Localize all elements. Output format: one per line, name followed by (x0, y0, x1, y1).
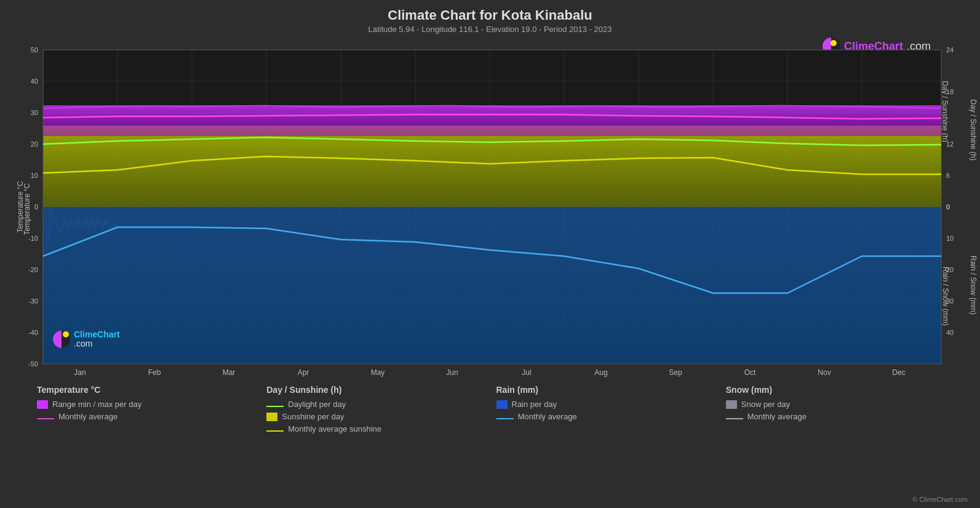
svg-text:Apr: Apr (298, 368, 309, 377)
svg-text:50: 50 (31, 46, 38, 54)
temp-avg-label: Monthly average (58, 412, 118, 421)
svg-text:30: 30 (946, 297, 954, 305)
title-area: Climate Chart for Kota Kinabalu Latitude… (0, 0, 980, 34)
svg-text:.com: .com (74, 339, 92, 349)
legend-avg-sunshine: Monthly average sunshine (266, 424, 496, 433)
temp-range-label: Range min / max per day (52, 400, 141, 409)
daylight-line-icon (266, 406, 284, 407)
svg-text:20: 20 (946, 266, 954, 273)
svg-text:Mar: Mar (223, 368, 236, 377)
svg-text:Nov: Nov (818, 368, 831, 377)
legend-sunshine: Day / Sunshine (h) Daylight per day Suns… (266, 385, 496, 437)
snow-avg-label: Monthly average (747, 412, 807, 421)
svg-text:40: 40 (946, 329, 954, 336)
sunshine-bars (43, 126, 941, 207)
temp-range-bars (43, 105, 941, 136)
legend-snow-avg: Monthly average (726, 412, 955, 421)
svg-rect-31 (43, 105, 941, 136)
legend-temp-title: Temperature °C (37, 385, 266, 395)
legend-sun-title: Day / Sunshine (h) (266, 385, 496, 395)
sunshine-label: Sunshine per day (282, 412, 344, 421)
svg-text:-20: -20 (28, 266, 38, 273)
svg-text:Jan: Jan (74, 368, 86, 377)
legend-temp-range: Range min / max per day (37, 400, 266, 409)
svg-text:-40: -40 (28, 329, 38, 336)
svg-point-70 (63, 331, 69, 337)
svg-text:Sep: Sep (669, 368, 682, 377)
rain-swatch (496, 400, 508, 409)
svg-text:Jun: Jun (446, 368, 458, 377)
svg-text:Jul: Jul (522, 368, 531, 377)
svg-rect-28 (43, 207, 941, 364)
chart-container: Climate Chart for Kota Kinabalu Latitude… (0, 0, 980, 508)
svg-text:24: 24 (946, 46, 954, 54)
svg-text:-10: -10 (28, 235, 38, 242)
chart-title: Climate Chart for Kota Kinabalu (0, 7, 980, 23)
svg-text:30: 30 (31, 109, 38, 116)
legend-snow: Snow (mm) Snow per day Monthly average (726, 385, 955, 437)
snow-swatch (726, 400, 737, 409)
legend-temp-avg: Monthly average (37, 412, 266, 421)
legend-snow-title: Snow (mm) (726, 385, 955, 395)
svg-text:10: 10 (31, 172, 38, 179)
svg-text:0: 0 (946, 203, 950, 211)
watermark: © ClimeChart.com (912, 496, 968, 503)
snow-avg-line-icon (726, 418, 743, 419)
snow-label: Snow per day (741, 400, 791, 409)
svg-text:Temperature °C: Temperature °C (16, 181, 25, 233)
daylight-label: Daylight per day (288, 400, 346, 409)
svg-text:-50: -50 (28, 360, 38, 368)
sunshine-swatch (266, 413, 277, 421)
svg-text:10: 10 (946, 235, 954, 242)
rain-avg-line-icon (496, 418, 514, 419)
svg-text:Oct: Oct (744, 368, 756, 377)
rain-avg-label: Monthly average (518, 412, 577, 421)
legend-sunshine-swatch: Sunshine per day (266, 412, 496, 421)
svg-text:20: 20 (31, 140, 38, 148)
legend-temperature: Temperature °C Range min / max per day M… (37, 385, 266, 437)
avg-sunshine-label: Monthly average sunshine (288, 424, 381, 433)
legend-area: Temperature °C Range min / max per day M… (37, 385, 955, 437)
avg-sunshine-line-icon (266, 430, 284, 432)
chart-subtitle: Latitude 5.94 - Longitude 116.1 - Elevat… (0, 25, 980, 34)
svg-rect-30 (43, 126, 941, 207)
svg-text:Feb: Feb (148, 368, 161, 377)
svg-text:-30: -30 (28, 297, 38, 305)
temp-avg-line-icon (37, 418, 54, 419)
svg-text:6: 6 (946, 172, 950, 179)
legend-rain-avg: Monthly average (496, 412, 726, 421)
legend-rain: Rain (mm) Rain per day Monthly average (496, 385, 726, 437)
temp-range-swatch (37, 400, 48, 409)
rain-label: Rain per day (512, 400, 557, 409)
svg-text:Aug: Aug (594, 368, 607, 377)
legend-rain-swatch: Rain per day (496, 400, 726, 409)
svg-text:Day / Sunshine (h): Day / Sunshine (h) (969, 99, 978, 160)
legend-snow-swatch: Snow per day (726, 400, 955, 409)
svg-text:0: 0 (34, 203, 38, 211)
svg-text:18: 18 (946, 88, 954, 95)
svg-text:Rain / Snow (mm): Rain / Snow (mm) (969, 256, 978, 315)
legend-rain-title: Rain (mm) (496, 385, 726, 395)
svg-text:May: May (371, 368, 385, 377)
legend-daylight: Daylight per day (266, 400, 496, 409)
svg-text:40: 40 (31, 78, 38, 85)
main-chart-svg: 50 40 30 20 10 0 -10 -20 -30 -40 -50 24 … (0, 38, 980, 382)
svg-text:Dec: Dec (892, 368, 905, 377)
svg-text:ClimeChart: ClimeChart (74, 329, 120, 339)
svg-text:12: 12 (946, 140, 954, 148)
